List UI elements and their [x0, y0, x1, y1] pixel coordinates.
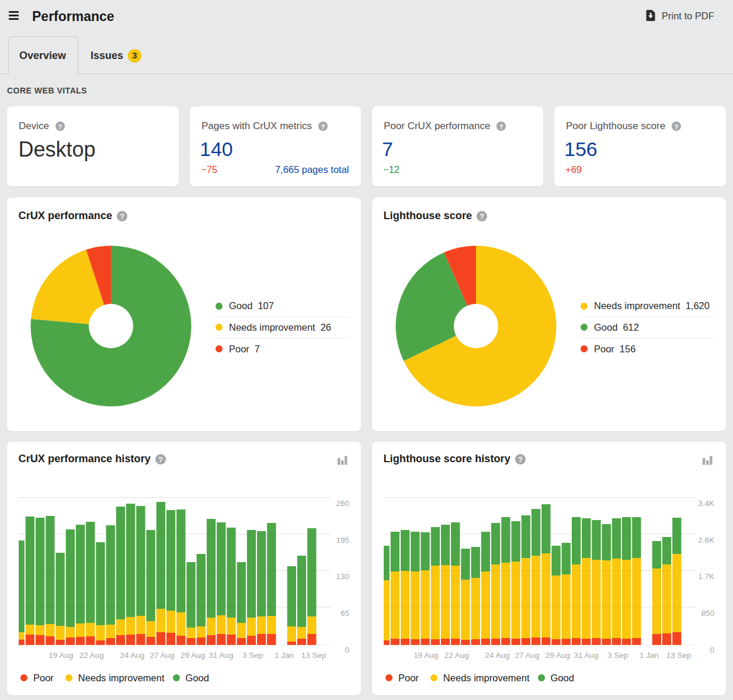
svg-text:22 Aug: 22 Aug: [79, 651, 104, 660]
svg-text:0: 0: [345, 646, 349, 654]
svg-text:260: 260: [336, 499, 349, 508]
svg-text:31 Aug: 31 Aug: [574, 651, 598, 660]
svg-text:?: ?: [158, 455, 163, 464]
svg-text:0: 0: [710, 646, 714, 654]
svg-text:?: ?: [321, 123, 325, 130]
svg-text:?: ?: [499, 123, 503, 130]
svg-text:13 Sep: 13 Sep: [666, 651, 692, 660]
svg-text:1 Jan: 1 Jan: [640, 651, 659, 660]
svg-text:13 Sep: 13 Sep: [301, 651, 326, 660]
svg-text:130: 130: [336, 572, 349, 581]
svg-text:24 Aug: 24 Aug: [485, 651, 509, 660]
svg-text:19 Aug: 19 Aug: [414, 651, 438, 660]
svg-text:24 Aug: 24 Aug: [120, 651, 144, 660]
svg-text:2.6K: 2.6K: [698, 536, 714, 545]
svg-text:1 Jan: 1 Jan: [275, 651, 294, 660]
svg-text:27 Aug: 27 Aug: [515, 651, 539, 660]
svg-text:3 Sep: 3 Sep: [242, 651, 263, 660]
svg-text:22 Aug: 22 Aug: [444, 651, 469, 660]
svg-text:19 Aug: 19 Aug: [48, 651, 73, 660]
svg-text:65: 65: [341, 609, 349, 618]
svg-text:?: ?: [518, 455, 523, 464]
svg-text:3.4K: 3.4K: [698, 499, 714, 508]
svg-text:?: ?: [480, 212, 484, 221]
svg-text:31 Aug: 31 Aug: [209, 651, 233, 660]
svg-text:29 Aug: 29 Aug: [180, 651, 205, 660]
svg-text:?: ?: [675, 123, 679, 130]
svg-text:29 Aug: 29 Aug: [546, 651, 570, 660]
svg-text:3 Sep: 3 Sep: [607, 651, 628, 660]
svg-text:1.7K: 1.7K: [698, 572, 714, 581]
svg-text:27 Aug: 27 Aug: [150, 651, 174, 660]
svg-text:195: 195: [336, 536, 349, 545]
svg-text:850: 850: [701, 609, 714, 618]
svg-text:?: ?: [120, 212, 124, 221]
svg-text:?: ?: [58, 123, 62, 130]
